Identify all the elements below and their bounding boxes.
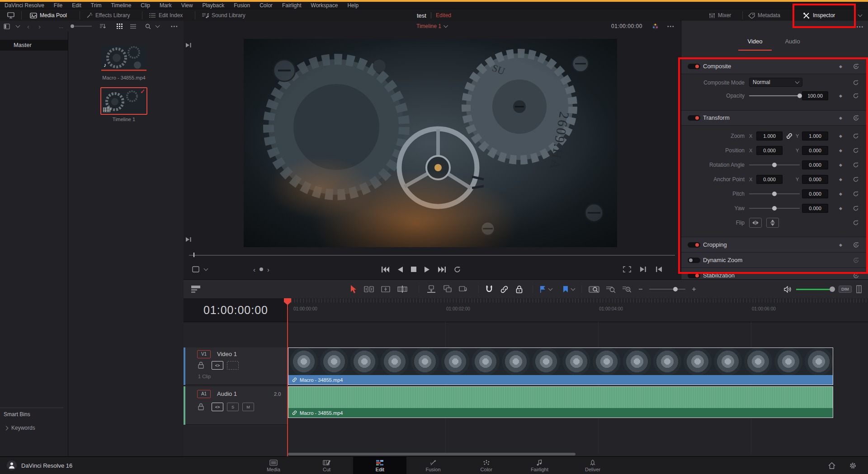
slider-knob[interactable] [797, 94, 802, 98]
reset-icon[interactable] [853, 176, 859, 183]
media-clip-timeline[interactable]: ✓ [100, 87, 147, 115]
page-tab-color[interactable]: Color [460, 457, 513, 474]
menu-mark[interactable]: Mark [160, 2, 172, 9]
mixer-toggle[interactable]: Mixer [709, 10, 731, 21]
reset-icon[interactable] [853, 93, 859, 99]
audio-level-slider[interactable] [796, 286, 834, 292]
jog-control[interactable]: ‹ › [253, 262, 269, 277]
page-tab-deliver[interactable]: Deliver [566, 457, 619, 474]
auto-select-button[interactable]: <> [212, 361, 223, 370]
zoom-y-field[interactable] [802, 131, 828, 141]
composite-enable-toggle[interactable] [688, 64, 700, 69]
menu-timeline[interactable]: Timeline [111, 2, 131, 9]
tab-audio[interactable]: Audio [785, 38, 800, 45]
transform-section-header[interactable]: Transform ◆ [681, 110, 868, 126]
page-tab-fusion[interactable]: Fusion [406, 457, 460, 474]
color-wheel-icon[interactable] [652, 23, 659, 30]
timeline-horizontal-scrollbar[interactable] [288, 453, 576, 455]
cropping-enable-toggle[interactable] [688, 242, 700, 248]
dynamic-zoom-enable-toggle[interactable] [688, 258, 700, 263]
stop-button[interactable] [411, 267, 416, 272]
position-lock-icon[interactable] [516, 285, 523, 293]
rotation-angle-slider[interactable] [749, 159, 800, 171]
pitch-field[interactable] [802, 189, 828, 198]
timeline-playhead[interactable] [287, 298, 288, 456]
panel-preset-dropdown[interactable] [859, 10, 862, 21]
opacity-value-field[interactable] [802, 91, 828, 100]
video-track-header[interactable]: V1 Video 1 <> 1 Clip [184, 347, 288, 385]
insert-clip-icon[interactable] [427, 285, 436, 293]
audio-track-header[interactable]: A1 Audio 1 2.0 <> S M [184, 386, 288, 425]
flag-color-dropdown[interactable] [548, 286, 553, 291]
ui-layout-button[interactable] [7, 10, 14, 21]
yaw-field[interactable] [802, 204, 828, 213]
tab-video[interactable]: Video [747, 38, 762, 45]
bin-view-dropdown[interactable] [16, 21, 19, 32]
keyframe-icon[interactable]: ◆ [839, 163, 842, 167]
clip-label[interactable]: Macro - 34855.mp4 [88, 75, 160, 80]
settings-gear-button[interactable] [849, 462, 857, 469]
audio-track-name[interactable]: Audio 1 [217, 390, 237, 397]
edit-index-toggle[interactable]: Edit Index [149, 10, 183, 21]
metadata-toggle[interactable]: Metadata [748, 10, 780, 21]
mixer-toggle-icon[interactable] [856, 285, 862, 293]
page-tab-media[interactable]: Media [247, 457, 300, 474]
match-frame-icon[interactable] [623, 266, 631, 272]
flip-horizontal-button[interactable] [749, 218, 762, 228]
pitch-slider[interactable] [749, 188, 800, 200]
linked-selection-icon[interactable] [500, 286, 508, 293]
video-track-name[interactable]: Video 1 [217, 351, 237, 357]
reset-icon[interactable] [853, 205, 859, 211]
stabilization-enable-toggle[interactable] [688, 273, 700, 278]
list-view-button[interactable] [130, 21, 136, 32]
speaker-icon[interactable] [784, 286, 792, 293]
zoom-out-icon[interactable] [638, 287, 643, 291]
dynamic-trim-mode-icon[interactable] [381, 286, 390, 293]
media-clip-macro[interactable]: ♪ [101, 45, 146, 71]
reset-section-icon[interactable] [853, 272, 859, 279]
keyframe-icon[interactable]: ◆ [839, 94, 842, 98]
previous-edit-icon[interactable] [656, 267, 662, 272]
bin-display-mode-button[interactable] [4, 21, 10, 32]
video-clip[interactable]: Macro - 34855.mp4 [288, 347, 833, 385]
reset-section-icon[interactable] [853, 242, 859, 249]
reset-icon[interactable] [853, 147, 859, 154]
replace-clip-icon[interactable] [458, 285, 468, 293]
search-button[interactable] [145, 21, 151, 32]
menu-help[interactable]: Help [347, 2, 359, 9]
keyframe-icon[interactable]: ◆ [839, 64, 842, 69]
anchor-y-field[interactable] [802, 175, 828, 184]
thumbnail-size-slider[interactable] [70, 21, 92, 32]
marker-color-dropdown[interactable] [571, 286, 576, 291]
dim-button[interactable]: DIM [839, 286, 852, 293]
last-frame-button[interactable] [438, 267, 446, 272]
viewer-mode-button[interactable] [192, 262, 208, 277]
bin-item-master[interactable]: Master [0, 40, 68, 51]
menu-playback[interactable]: Playback [202, 2, 224, 9]
menu-view[interactable]: View [181, 2, 193, 9]
first-frame-button[interactable] [382, 267, 389, 272]
media-pool-toggle[interactable]: Media Pool [30, 10, 67, 21]
inspector-toggle[interactable]: Inspector [803, 10, 835, 21]
search-options-dropdown[interactable] [156, 21, 159, 32]
slider-knob[interactable] [673, 287, 678, 291]
detail-zoom-icon[interactable] [622, 286, 632, 293]
page-tab-cut[interactable]: Cut [300, 457, 354, 474]
menu-edit[interactable]: Edit [72, 2, 81, 9]
flip-vertical-button[interactable] [766, 218, 779, 228]
loop-button[interactable] [454, 266, 461, 273]
keyframe-icon[interactable]: ◆ [839, 192, 842, 196]
track-lock-icon[interactable] [198, 403, 204, 410]
play-button[interactable] [425, 267, 430, 272]
menu-trim[interactable]: Trim [91, 2, 102, 9]
keyframe-icon[interactable]: ◆ [839, 134, 842, 138]
more-options-menu[interactable]: ••• [171, 21, 179, 32]
rotation-angle-field[interactable] [802, 160, 828, 169]
yaw-slider[interactable] [749, 202, 800, 214]
keyframe-icon[interactable]: ◆ [839, 206, 842, 211]
keyframe-icon[interactable]: ◆ [839, 243, 842, 247]
marker-icon[interactable] [563, 286, 568, 293]
mark-out-icon[interactable] [185, 237, 192, 242]
effects-library-toggle[interactable]: Effects Library [86, 10, 130, 21]
viewer-scrub-playhead[interactable] [193, 253, 194, 257]
